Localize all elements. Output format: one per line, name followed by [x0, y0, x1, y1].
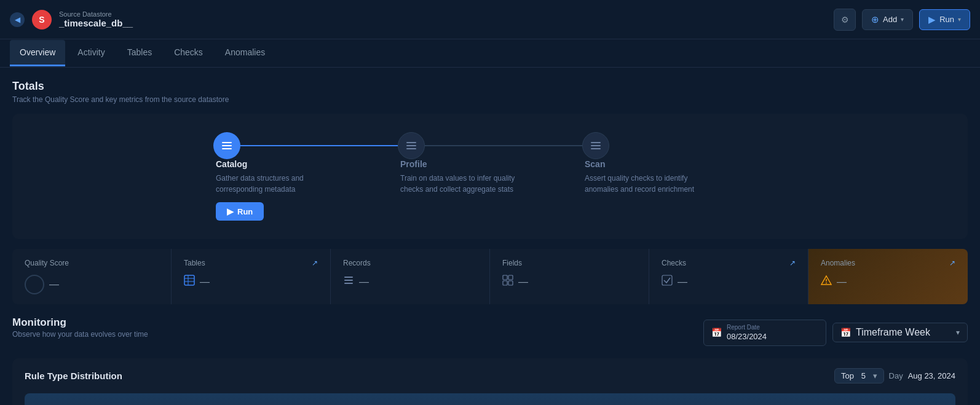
monitoring-title: Monitoring [12, 317, 148, 329]
svg-rect-9 [184, 275, 194, 285]
timeframe-selector[interactable]: 📅 Timeframe Week ▾ [832, 323, 968, 342]
back-icon: ◀ [15, 15, 20, 24]
tab-tables[interactable]: Tables [117, 40, 162, 66]
pipeline-step-scan: Scan Assert quality checks to identify a… [582, 132, 767, 202]
scan-step-content: Scan Assert quality checks to identify a… [582, 159, 720, 202]
run-label: Run [939, 15, 954, 24]
no-data-area: No data available No data available for … [25, 393, 955, 405]
timeframe-value: Week [905, 327, 930, 337]
calendar-icon: 📅 [711, 328, 722, 337]
svg-rect-3 [406, 142, 416, 143]
header-left: ◀ S Source Datastore _timescale_db__ [10, 10, 133, 29]
catalog-step-desc: Gather data structures and corresponding… [216, 173, 351, 195]
distribution-title: Rule Type Distribution [25, 371, 122, 381]
pipeline-step-profile: Profile Train on data values to infer qu… [398, 132, 582, 202]
timeframe-chevron-icon: ▾ [956, 328, 960, 337]
svg-rect-7 [591, 145, 601, 146]
anomalies-value: — [837, 277, 847, 288]
scan-step-icon [582, 132, 609, 159]
scan-step-desc: Assert quality checks to identify anomal… [585, 173, 720, 195]
monitoring-title-area: Monitoring Observe how your data evolves… [12, 317, 148, 348]
tab-checks[interactable]: Checks [164, 40, 213, 66]
logo-avatar: S [32, 10, 52, 29]
monitoring-subtitle: Observe how your data evolves over time [12, 330, 148, 339]
report-date-input[interactable]: 📅 Report Date 08/23/2024 [703, 320, 826, 346]
scan-step-name: Scan [585, 159, 720, 169]
svg-rect-14 [344, 280, 353, 281]
monitoring-header: Monitoring Observe how your data evolves… [12, 317, 968, 348]
report-date-label: Report Date [727, 324, 767, 331]
metric-tables: Tables ↗ — [172, 249, 331, 304]
pipeline-card: Catalog Gather data structures and corre… [12, 114, 968, 239]
svg-rect-19 [508, 281, 513, 285]
records-label: Records [343, 259, 371, 267]
svg-point-23 [826, 283, 827, 284]
svg-rect-5 [406, 148, 416, 149]
metric-quality-score: Quality Score — [12, 249, 172, 304]
tables-icon [184, 275, 195, 289]
metric-anomalies: Anomalies ↗ — [808, 249, 968, 304]
svg-rect-17 [508, 275, 513, 280]
timeframe-label: Timeframe [856, 327, 903, 337]
connector-2 [425, 145, 582, 146]
profile-step-content: Profile Train on data values to infer qu… [398, 159, 535, 202]
quality-score-value: — [49, 279, 59, 290]
top-value: 5 [861, 371, 866, 380]
catalog-run-button[interactable]: ▶ Run [216, 202, 264, 221]
fields-label: Fields [502, 259, 522, 267]
run-btn-label: Run [237, 207, 253, 216]
top-label: Top [841, 371, 854, 380]
back-button[interactable]: ◀ [10, 12, 25, 27]
totals-subtitle: Track the Quality Score and key metrics … [12, 95, 968, 104]
metric-fields: Fields — [490, 249, 649, 304]
settings-button[interactable]: ⚙ [834, 9, 856, 31]
datastore-label: Source Datastore [59, 10, 133, 18]
day-date: Aug 23, 2024 [908, 371, 955, 380]
day-label: Day [889, 371, 903, 380]
svg-rect-20 [662, 275, 672, 285]
tab-activity[interactable]: Activity [68, 40, 114, 66]
chevron-run-icon: ▾ [958, 16, 961, 23]
anomalies-label: Anomalies [821, 259, 855, 267]
connector-1 [240, 145, 398, 146]
add-icon: ⊕ [871, 14, 879, 25]
nav-tabs: Overview Activity Tables Checks Anomalie… [0, 39, 980, 68]
svg-rect-0 [222, 142, 232, 143]
svg-rect-16 [503, 275, 507, 280]
checks-value: — [678, 277, 687, 288]
catalog-step-icon [213, 132, 240, 159]
add-label: Add [883, 15, 897, 24]
quality-score-label: Quality Score [25, 259, 69, 267]
catalog-step-name: Catalog [216, 159, 351, 169]
add-button[interactable]: ⊕ Add ▾ [862, 9, 913, 30]
top-selector[interactable]: Top 5 ▾ [834, 368, 883, 383]
checks-icon [662, 275, 673, 289]
svg-rect-2 [222, 148, 232, 149]
anomalies-expand-icon[interactable]: ↗ [949, 259, 955, 267]
tables-metric-label: Tables [184, 259, 205, 267]
profile-step-icon [398, 132, 425, 159]
svg-rect-15 [344, 283, 353, 284]
tab-anomalies[interactable]: Anomalies [215, 40, 275, 66]
report-date-value: 08/23/2024 [727, 332, 767, 341]
profile-step-name: Profile [400, 159, 535, 169]
logo-letter: S [39, 15, 44, 25]
anomalies-icon [821, 275, 832, 289]
run-icon: ▶ [928, 14, 936, 25]
metric-checks: Checks ↗ — [649, 249, 808, 304]
tables-expand-icon[interactable]: ↗ [312, 259, 318, 267]
distribution-header: Rule Type Distribution Top 5 ▾ Day Aug 2… [25, 368, 955, 383]
svg-rect-8 [591, 148, 601, 149]
checks-expand-icon[interactable]: ↗ [789, 259, 796, 267]
svg-rect-6 [591, 142, 601, 143]
run-button[interactable]: ▶ Run ▾ [919, 9, 970, 30]
totals-title: Totals [12, 80, 968, 93]
timeframe-cal-icon: 📅 [840, 328, 851, 337]
metric-records: Records — [331, 249, 490, 304]
distribution-controls: Top 5 ▾ Day Aug 23, 2024 [834, 368, 955, 383]
tab-overview[interactable]: Overview [10, 40, 65, 66]
run-circle-icon: ▶ [227, 206, 234, 216]
records-icon [343, 275, 354, 289]
header: ◀ S Source Datastore _timescale_db__ ⚙ ⊕… [0, 0, 980, 39]
pipeline-steps: Catalog Gather data structures and corre… [213, 132, 767, 221]
